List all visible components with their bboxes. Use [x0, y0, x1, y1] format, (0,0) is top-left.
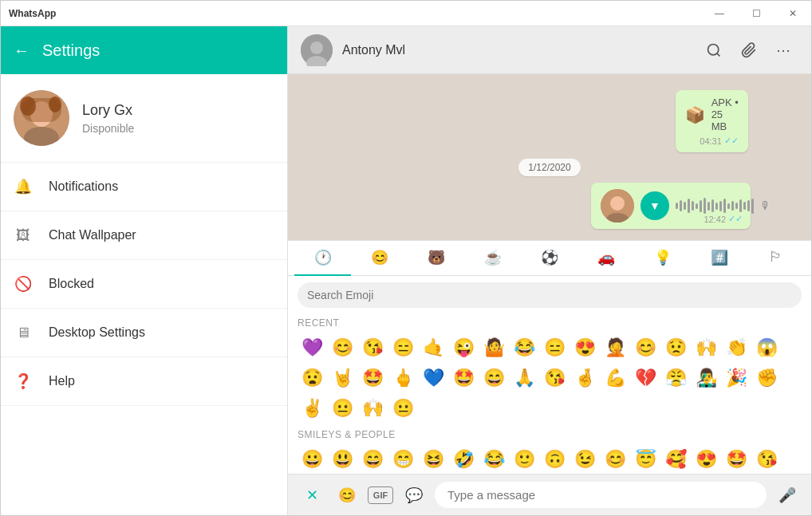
emoji-item[interactable]: 😂	[510, 333, 538, 362]
menu-item-desktop-settings[interactable]: 🖥 Desktop Settings	[1, 309, 287, 357]
emoji-item[interactable]: 🤘	[328, 364, 357, 392]
message-input[interactable]	[435, 482, 767, 508]
emoji-item[interactable]: 🖕	[388, 364, 417, 392]
emoji-item[interactable]: 🤩	[358, 364, 387, 392]
emoji-item[interactable]: 🙌	[692, 333, 720, 362]
emoji-tab-animals[interactable]: 🐻	[408, 241, 464, 276]
file-time: 04:31 ✓✓	[685, 136, 739, 146]
svg-rect-6	[22, 98, 61, 122]
emoji-item[interactable]: 😃	[328, 445, 357, 474]
emoji-item[interactable]: 😊	[631, 333, 660, 362]
emoji-item[interactable]: 😐	[388, 394, 417, 423]
emoji-tab-flags[interactable]: 🏳	[748, 241, 805, 276]
profile-section[interactable]: Lory Gx Disponible	[1, 74, 287, 163]
play-button[interactable]: ▼	[641, 191, 669, 220]
emoji-tab-food[interactable]: ☕	[464, 241, 521, 276]
emoji-item[interactable]: 😆	[419, 445, 447, 474]
emoji-item[interactable]: 🤩	[722, 445, 751, 474]
emoji-tab-smileys[interactable]: 😊	[351, 241, 408, 276]
voice-message: ▼	[591, 183, 787, 229]
emoji-item[interactable]: 💙	[419, 364, 447, 392]
back-button[interactable]: ←	[14, 41, 30, 60]
close-button[interactable]: ✕	[775, 1, 811, 26]
emoji-item[interactable]: 😜	[449, 333, 478, 362]
help-icon: ❓	[14, 372, 33, 391]
sticker-button[interactable]: 💬	[400, 481, 428, 510]
emoji-item[interactable]: 😇	[631, 445, 660, 474]
emoji-item[interactable]: 😟	[661, 333, 690, 362]
profile-info: Lory Gx Disponible	[82, 102, 134, 135]
emoji-item[interactable]: 🤣	[449, 445, 478, 474]
emoji-tab-objects[interactable]: 💡	[635, 241, 692, 276]
emoji-search-input[interactable]	[298, 282, 802, 308]
chat-header: Antony Mvl ⋯	[288, 26, 811, 74]
emoji-item[interactable]: ✊	[752, 364, 781, 392]
emoji-item[interactable]: 🤩	[449, 364, 478, 392]
emoji-item[interactable]: 😤	[661, 364, 690, 392]
emoji-content: Recent💜😊😘😑🤙😜🤷😂😑😍🤦😊😟🙌👏😱😧🤘🤩🖕💙🤩😄🙏😘🤞💪💔😤👨‍🎤🎉✊…	[288, 314, 811, 474]
mic-button[interactable]: 🎤	[773, 481, 802, 510]
search-chat-button[interactable]	[700, 36, 728, 65]
menu-item-help[interactable]: ❓ Help	[1, 357, 287, 406]
emoji-item[interactable]: 😊	[328, 333, 357, 362]
emoji-item[interactable]: 🙌	[358, 394, 387, 423]
message-bubble-file: 📦 APK • 25 MB 04:31 ✓✓	[676, 90, 787, 152]
emoji-item[interactable]: 😘	[752, 445, 781, 474]
settings-header: ← Settings	[1, 26, 287, 74]
emoji-item[interactable]: 😘	[540, 364, 569, 392]
emoji-item[interactable]: 🎉	[722, 364, 751, 392]
emoji-item[interactable]: 🤞	[570, 364, 599, 392]
emoji-item[interactable]: 👨‍🎤	[692, 364, 720, 392]
menu-item-chat-wallpaper[interactable]: 🖼 Chat Wallpaper	[1, 211, 287, 260]
emoji-item[interactable]: 🙃	[540, 445, 569, 474]
emoji-item[interactable]: 😑	[540, 333, 569, 362]
emoji-tab-recent[interactable]: 🕐	[294, 241, 351, 276]
help-label: Help	[49, 374, 75, 388]
emoji-tab-activities[interactable]: ⚽	[521, 241, 577, 276]
emoji-item[interactable]: 🤙	[419, 333, 447, 362]
emoji-item[interactable]: 😧	[298, 364, 326, 392]
emoji-section-smileys-&-people: Smileys & People	[298, 429, 802, 440]
emoji-item[interactable]: 🤦	[601, 333, 629, 362]
emoji-item[interactable]: 😊	[601, 445, 629, 474]
emoji-item[interactable]: 💪	[601, 364, 629, 392]
menu-item-notifications[interactable]: 🔔 Notifications	[1, 163, 287, 211]
emoji-item[interactable]: 😐	[328, 394, 357, 423]
waveform-bar	[747, 200, 750, 211]
emoji-tab-travel[interactable]: 🚗	[578, 241, 635, 276]
emoji-item[interactable]: 😍	[692, 445, 720, 474]
emoji-item[interactable]: 😘	[358, 333, 387, 362]
maximize-button[interactable]: ☐	[738, 1, 775, 26]
emoji-item[interactable]: 😑	[388, 333, 417, 362]
emoji-item[interactable]: 😂	[479, 445, 508, 474]
attach-button[interactable]	[735, 36, 763, 65]
emoji-item[interactable]: 🙂	[510, 445, 538, 474]
minimize-button[interactable]: —	[701, 1, 738, 26]
emoji-button[interactable]: 😊	[333, 481, 361, 510]
gif-button[interactable]: GIF	[368, 486, 393, 504]
emoji-item[interactable]: 💜	[298, 333, 326, 362]
emoji-item[interactable]: 👏	[722, 333, 751, 362]
emoji-item[interactable]: 😉	[570, 445, 599, 474]
emoji-item[interactable]: 🥰	[661, 445, 690, 474]
emoji-item[interactable]: 🙏	[510, 364, 538, 392]
waveform	[676, 198, 754, 214]
emoji-grid: 💜😊😘😑🤙😜🤷😂😑😍🤦😊😟🙌👏😱😧🤘🤩🖕💙🤩😄🙏😘🤞💪💔😤👨‍🎤🎉✊✌😐🙌😐	[298, 333, 802, 423]
close-emoji-button[interactable]: ✕	[298, 481, 326, 510]
waveform-bar	[751, 199, 754, 214]
emoji-item[interactable]: 😍	[570, 333, 599, 362]
waveform-bar	[696, 203, 698, 209]
emoji-item[interactable]: 😄	[358, 445, 387, 474]
emoji-tab-symbols[interactable]: #️⃣	[692, 241, 748, 276]
emoji-item[interactable]: 😀	[298, 445, 326, 474]
emoji-item[interactable]: 😁	[388, 445, 417, 474]
emoji-item[interactable]: ✌	[298, 394, 326, 423]
more-options-button[interactable]: ⋯	[770, 36, 798, 65]
emoji-item[interactable]: 🤷	[479, 333, 508, 362]
emoji-item[interactable]: 😱	[752, 333, 781, 362]
emoji-item[interactable]: 💔	[631, 364, 660, 392]
waveform-bar	[700, 200, 702, 212]
menu-item-blocked[interactable]: 🚫 Blocked	[1, 260, 287, 309]
emoji-item[interactable]: 😄	[479, 364, 508, 392]
window-controls: — ☐ ✕	[701, 1, 811, 26]
